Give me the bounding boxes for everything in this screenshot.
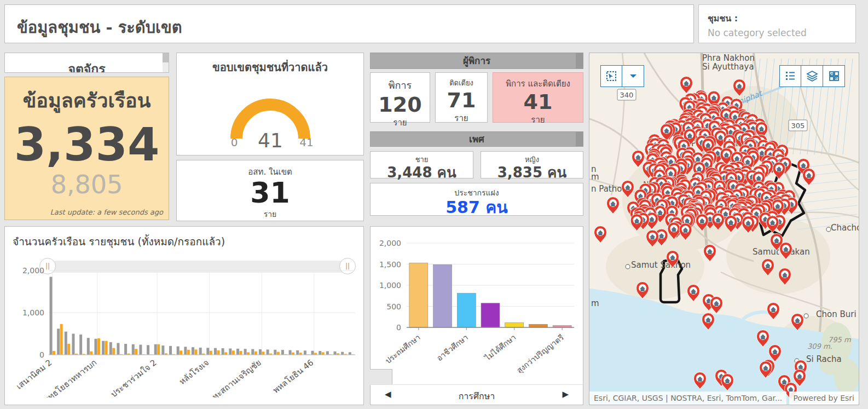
bar-total[interactable] bbox=[311, 351, 314, 355]
education-bar[interactable] bbox=[505, 322, 524, 327]
bar-total[interactable] bbox=[132, 344, 135, 355]
bar-total[interactable] bbox=[50, 277, 53, 355]
bar-filled[interactable] bbox=[187, 350, 190, 355]
bar-total[interactable] bbox=[192, 347, 194, 355]
bar-filled[interactable] bbox=[292, 353, 294, 355]
bar-filled[interactable] bbox=[217, 350, 219, 355]
household-secondary-value: 8,805 bbox=[5, 172, 169, 197]
bar-total[interactable] bbox=[87, 338, 90, 355]
bar-filled[interactable] bbox=[157, 344, 160, 355]
bar-filled[interactable] bbox=[67, 344, 70, 355]
bar-filled[interactable] bbox=[299, 353, 302, 355]
osm-unit: ราย bbox=[177, 208, 363, 220]
bar-total[interactable] bbox=[147, 345, 149, 355]
female-value: 3,835 คน bbox=[481, 165, 583, 180]
bar-total[interactable] bbox=[236, 349, 239, 355]
latent-label: ประชากรแฝง bbox=[371, 187, 583, 199]
bar-total[interactable] bbox=[154, 344, 157, 355]
bar-total[interactable] bbox=[267, 349, 269, 355]
legend-icon[interactable] bbox=[779, 65, 801, 87]
bar-filled[interactable] bbox=[105, 341, 108, 355]
bar-total[interactable] bbox=[289, 350, 292, 355]
disabled-section-title: ผู้พิการ bbox=[463, 55, 490, 66]
district-list[interactable]: จตุจักร bbox=[4, 53, 169, 73]
map-panel[interactable]: Phra NakhonSi Ayutthaya340Khlong Rapniph… bbox=[589, 53, 859, 405]
bar-total[interactable] bbox=[222, 348, 224, 355]
bar-total[interactable] bbox=[244, 349, 247, 355]
pager-right-arrow-icon[interactable]: ▶ bbox=[562, 389, 569, 399]
education-bar[interactable] bbox=[409, 263, 428, 327]
bar-total[interactable] bbox=[304, 350, 306, 355]
bar-total[interactable] bbox=[349, 352, 351, 355]
bar-total[interactable] bbox=[94, 339, 97, 355]
bar-filled[interactable] bbox=[112, 348, 115, 355]
bar-total[interactable] bbox=[259, 349, 262, 355]
latent-value: 587 คน bbox=[371, 199, 583, 216]
bar-total[interactable] bbox=[214, 348, 217, 355]
bar-total[interactable] bbox=[139, 345, 142, 355]
bar-filled[interactable] bbox=[232, 350, 235, 355]
bar-total[interactable] bbox=[334, 352, 337, 355]
bar-filled[interactable] bbox=[90, 352, 92, 355]
caret-down-icon[interactable] bbox=[622, 65, 644, 87]
bar-total[interactable] bbox=[296, 350, 299, 355]
bar-total[interactable] bbox=[199, 348, 202, 355]
bar-filled[interactable] bbox=[247, 352, 250, 355]
bar-filled[interactable] bbox=[262, 352, 264, 355]
bar-total[interactable] bbox=[229, 348, 232, 355]
bar-filled[interactable] bbox=[135, 349, 137, 355]
lasso-select-icon[interactable] bbox=[600, 65, 622, 87]
bar-filled[interactable] bbox=[322, 352, 325, 355]
education-bar[interactable] bbox=[457, 293, 476, 327]
bar-total[interactable] bbox=[109, 342, 112, 355]
bar-total[interactable] bbox=[102, 341, 105, 355]
category-pager: ◀ การศึกษา ▶ bbox=[371, 384, 583, 405]
bar-filled[interactable] bbox=[224, 352, 227, 355]
bar-total[interactable] bbox=[251, 349, 254, 355]
bar-filled[interactable] bbox=[180, 350, 182, 355]
education-bar[interactable] bbox=[529, 324, 547, 327]
bar-filled[interactable] bbox=[239, 351, 242, 355]
education-bar[interactable] bbox=[481, 303, 500, 327]
gauge: 0 41 41 bbox=[188, 77, 352, 149]
bar-total[interactable] bbox=[57, 329, 60, 355]
bar-total[interactable] bbox=[341, 352, 344, 355]
district-list-scrollbar[interactable] bbox=[163, 53, 169, 72]
bar-filled[interactable] bbox=[277, 352, 280, 355]
bar-filled[interactable] bbox=[314, 353, 317, 355]
bar-filled[interactable] bbox=[210, 351, 212, 355]
category-selector[interactable]: ชุมชน : No category selected bbox=[698, 4, 856, 43]
bar-total[interactable] bbox=[326, 351, 329, 355]
bar-filled[interactable] bbox=[254, 352, 257, 355]
gauge-value: 41 bbox=[258, 129, 283, 149]
bar-total[interactable] bbox=[206, 348, 209, 355]
map-label: Si Racha bbox=[806, 354, 842, 364]
bar-total[interactable] bbox=[124, 344, 127, 355]
bar-total[interactable] bbox=[319, 351, 321, 355]
bar-total[interactable] bbox=[161, 345, 164, 355]
bar-filled[interactable] bbox=[195, 349, 198, 355]
layers-icon[interactable] bbox=[801, 65, 823, 87]
bar-filled[interactable] bbox=[53, 351, 55, 355]
bar-total[interactable] bbox=[72, 334, 74, 355]
bar-total[interactable] bbox=[79, 335, 82, 355]
svg-text:2,000: 2,000 bbox=[379, 239, 401, 247]
basemap-grid-icon[interactable] bbox=[823, 65, 845, 87]
disabled-card-label: พิการ bbox=[371, 77, 430, 93]
bar-filled[interactable] bbox=[97, 338, 100, 355]
bar-total[interactable] bbox=[65, 332, 67, 355]
bar-total[interactable] bbox=[117, 343, 119, 355]
education-bar[interactable] bbox=[433, 264, 452, 327]
map-label: Samut Sakhon bbox=[631, 260, 691, 270]
bar-total[interactable] bbox=[177, 347, 180, 355]
gauge-min: 0 bbox=[230, 136, 238, 149]
bar-total[interactable] bbox=[281, 350, 284, 355]
map-select-control bbox=[600, 65, 644, 87]
bar-total[interactable] bbox=[274, 350, 276, 355]
bar-filled[interactable] bbox=[60, 324, 63, 355]
district-list-selected[interactable]: จตุจักร bbox=[5, 53, 169, 73]
map-canvas[interactable]: Phra NakhonSi Ayutthaya340Khlong Rapniph… bbox=[589, 53, 859, 405]
bar-total[interactable] bbox=[169, 346, 172, 355]
bar-total[interactable] bbox=[184, 347, 187, 355]
category-selector-value: No category selected bbox=[699, 25, 855, 38]
